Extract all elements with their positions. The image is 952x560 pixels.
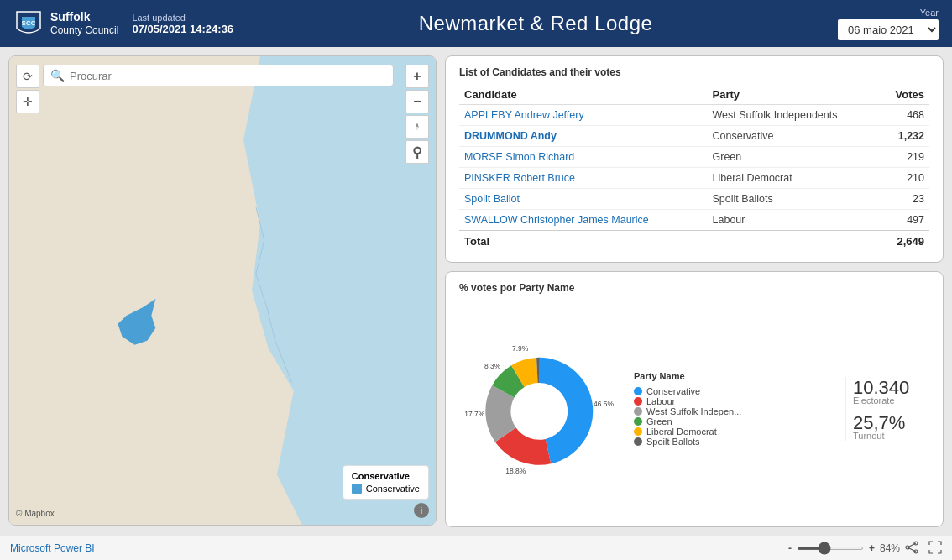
right-panel: List of Candidates and their votes Candi… — [445, 55, 944, 527]
fullscreen-button[interactable] — [928, 541, 942, 557]
legend-row: Spoilt Ballots — [634, 437, 839, 447]
legend-row: West Suffolk Indepen... — [634, 406, 839, 416]
zoom-controls: - + 84% — [788, 541, 942, 557]
bottom-right-controls — [905, 541, 942, 557]
legend-dot — [634, 417, 642, 426]
zoom-out-button[interactable]: − — [405, 90, 429, 113]
map-search-button[interactable]: ⚲ — [405, 140, 429, 164]
logo-area: SCC Suffolk County Council Last updated … — [13, 8, 233, 39]
table-row: DRUMMOND AndyConservative1,232 — [459, 126, 929, 147]
legend-color-conservative — [352, 484, 362, 494]
candidates-tbody: APPLEBY Andrew JefferyWest Suffolk Indep… — [459, 105, 929, 231]
legend-rows: ConservativeLabourWest Suffolk Indepen..… — [634, 386, 839, 447]
candidate-name: MORSE Simon Richard — [459, 147, 708, 168]
table-header: Candidate Party Votes — [459, 85, 929, 105]
candidate-party: Labour — [708, 210, 880, 231]
year-dropdown[interactable]: 06 maio 2021 — [838, 19, 939, 40]
svg-line-8 — [908, 547, 916, 552]
table-row: Spoilt BallotSpoilt Ballots23 — [459, 189, 929, 210]
map-search-bar[interactable]: 🔍 — [43, 65, 394, 86]
year-label: Year — [920, 8, 939, 18]
legend-dot — [634, 397, 642, 406]
map-rotate-btn[interactable]: ⟳ — [16, 65, 39, 88]
candidates-panel: List of Candidates and their votes Candi… — [445, 55, 944, 263]
map-panel: ⟳ ✛ 🔍 + − ⚲ — [8, 55, 437, 526]
chart-title: % votes por Party Name — [459, 282, 929, 294]
slice-label-2: 17.7% — [464, 410, 484, 418]
candidate-votes: 497 — [880, 210, 929, 231]
col-votes: Votes — [880, 85, 929, 105]
zoom-in-button[interactable]: + — [405, 65, 429, 88]
legend-dot — [634, 427, 642, 436]
table-row: APPLEBY Andrew JefferyWest Suffolk Indep… — [459, 105, 929, 126]
candidate-votes: 23 — [880, 189, 929, 210]
legend-party-name: Spoilt Ballots — [646, 437, 700, 447]
search-icon: 🔍 — [50, 69, 65, 82]
zoom-plus[interactable]: + — [869, 542, 875, 554]
candidate-name: APPLEBY Andrew Jeffery — [459, 105, 708, 126]
legend-party-name: West Suffolk Indepen... — [646, 406, 741, 416]
legend-party-name: Green — [646, 416, 672, 427]
legend-row: Liberal Democrat — [634, 427, 839, 437]
candidate-name: PINSKER Robert Bruce — [459, 168, 708, 189]
svg-text:SCC: SCC — [22, 19, 36, 27]
main-content: ⟳ ✛ 🔍 + − ⚲ — [0, 47, 952, 536]
map-info-button[interactable]: i — [414, 503, 429, 518]
zoom-minus[interactable]: - — [788, 542, 792, 554]
chart-panel: % votes por Party Name 46.5%18.8%17.7%8.… — [445, 271, 944, 527]
logo-text: Suffolk County Council — [50, 9, 118, 38]
north-button[interactable] — [405, 115, 429, 139]
legend-party-name: Liberal Democrat — [646, 427, 717, 437]
candidates-table: Candidate Party Votes APPLEBY Andrew Jef… — [459, 85, 929, 252]
legend-party-name: Labour — [646, 396, 675, 406]
slice-label-0: 46.5% — [594, 399, 614, 407]
candidate-name: SWALLOW Christopher James Maurice — [459, 210, 708, 231]
legend-title: Conservative — [352, 471, 420, 481]
legend-row: Green — [634, 416, 839, 427]
legend-row: Conservative — [634, 386, 839, 396]
turnout-stat: 25,7% Turnout — [853, 412, 905, 441]
bottom-bar: Microsoft Power BI - + 84% — [0, 536, 952, 560]
elected-party-legend: Conservative Conservative — [343, 465, 429, 500]
legend-row: Labour — [634, 396, 839, 406]
app-header: SCC Suffolk County Council Last updated … — [0, 0, 952, 47]
candidate-party: Liberal Democrat — [708, 168, 880, 189]
map-canvas — [9, 56, 436, 525]
candidates-table-title: List of Candidates and their votes — [459, 66, 929, 78]
map-controls-left: ⟳ ✛ — [16, 65, 39, 113]
mapbox-logo: © Mapbox — [16, 509, 55, 518]
search-input[interactable] — [70, 70, 386, 82]
candidate-votes: 1,232 — [880, 126, 929, 147]
powerbi-link[interactable]: Microsoft Power BI — [10, 542, 95, 554]
last-updated: Last updated 07/05/2021 14:24:36 — [132, 13, 233, 35]
suffolk-shield-icon: SCC — [13, 8, 44, 39]
stats-area: 10.340 Electorate 25,7% Turnout — [845, 377, 929, 441]
candidate-votes: 210 — [880, 168, 929, 189]
legend-party-name: Conservative — [646, 386, 700, 396]
slice-label-3: 8.3% — [484, 361, 501, 369]
legend-dot — [634, 437, 642, 446]
share-button[interactable] — [905, 541, 918, 557]
candidate-party: Conservative — [708, 126, 880, 147]
candidate-votes: 219 — [880, 147, 929, 168]
total-label: Total — [459, 231, 708, 253]
donut-svg: 46.5%18.8%17.7%8.3%7.9%0.9% — [459, 342, 627, 476]
col-party: Party — [708, 85, 880, 105]
candidate-votes: 468 — [880, 105, 929, 126]
legend-item: Conservative — [352, 484, 420, 494]
slice-label-1: 18.8% — [505, 466, 526, 474]
table-row: PINSKER Robert BruceLiberal Democrat210 — [459, 168, 929, 189]
chart-legend: Party Name ConservativeLabourWest Suffol… — [634, 371, 839, 447]
map-controls-right: + − ⚲ — [405, 65, 429, 164]
col-candidate: Candidate — [459, 85, 708, 105]
candidate-party: Spoilt Ballots — [708, 189, 880, 210]
total-votes: 2,649 — [880, 231, 929, 253]
legend-dot — [634, 407, 642, 416]
year-section: Year 06 maio 2021 — [838, 8, 939, 40]
table-row: MORSE Simon RichardGreen219 — [459, 147, 929, 168]
map-crosshair-btn[interactable]: ✛ — [16, 90, 39, 113]
candidate-party: West Suffolk Independents — [708, 105, 880, 126]
zoom-slider[interactable] — [797, 547, 864, 550]
slice-label-4: 7.9% — [512, 344, 529, 353]
electorate-stat: 10.340 Electorate — [853, 377, 909, 406]
